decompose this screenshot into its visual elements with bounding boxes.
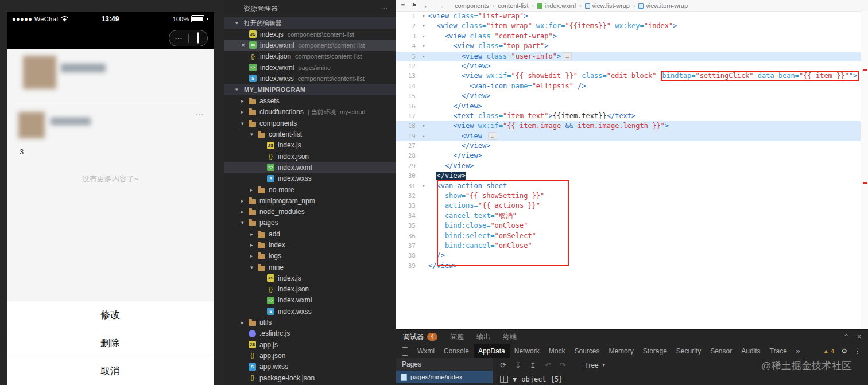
devtools-tab-Sources[interactable]: Sources	[569, 344, 604, 358]
fold-down-icon[interactable]: ▾	[419, 121, 428, 131]
code-line[interactable]: 36 bind:select="onSelect"	[396, 231, 861, 241]
chevron-right-icon[interactable]: ▸	[241, 320, 249, 325]
code-line[interactable]: 38 />	[396, 251, 861, 260]
action-sheet-option-1[interactable]: 修改	[7, 301, 214, 329]
close-icon[interactable]: ×	[857, 333, 861, 341]
devtools-tab-Wxml[interactable]: Wxml	[413, 344, 439, 358]
chevron-right-icon[interactable]: ▸	[241, 209, 249, 215]
fold-down-icon[interactable]: ▾	[419, 11, 428, 21]
tree-item[interactable]: ▾components	[224, 118, 396, 129]
tree-item[interactable]: ▾content-list	[224, 129, 396, 139]
code-area[interactable]: 1▾<view class="list-wrap">2▾ <view class…	[396, 11, 861, 330]
chevron-up-icon[interactable]: ⌃	[843, 333, 849, 341]
refresh-icon[interactable]: ⟳	[500, 361, 506, 370]
code-line[interactable]: 28 </view>	[396, 151, 861, 161]
code-line[interactable]: 2▾ <view class="item-wrap" wx:for="{{ite…	[396, 21, 861, 31]
code-line[interactable]: 4▾ <view class="top-part">	[396, 41, 861, 51]
code-line[interactable]: 29 </view>	[396, 161, 861, 171]
code-line[interactable]: 35 bind:close="onClose"	[396, 221, 861, 231]
page-item-selected[interactable]: pages/mine/index	[396, 371, 493, 383]
devtools-tab-Storage[interactable]: Storage	[638, 344, 672, 358]
chevron-right-icon[interactable]: ▸	[250, 231, 258, 237]
code-line[interactable]: 17 <text class="item-text">{{item.text}}…	[396, 111, 861, 121]
code-line[interactable]: 14 <van-icon name="ellipsis" />	[396, 81, 861, 91]
bookmark-icon[interactable]: ⚑	[412, 3, 417, 9]
project-section-header[interactable]: ▾ MY_MINIPROGRAM	[224, 84, 396, 95]
devtools-tab-Network[interactable]: Network	[510, 344, 544, 358]
breadcrumb-item[interactable]: view.item-wrap	[638, 2, 688, 9]
tree-item[interactable]: ▸cloudfunctions| 当前环境: my-cloud	[224, 107, 396, 118]
action-sheet-option-2[interactable]: 删除	[7, 329, 214, 357]
fold-down-icon[interactable]: ▾	[419, 21, 428, 31]
open-editors-section-header[interactable]: ▾ 打开的编辑器	[224, 17, 396, 29]
code-line[interactable]: 30 </view>	[396, 171, 861, 181]
close-icon[interactable]: ×	[239, 41, 247, 49]
tree-item[interactable]: <>index.wxml	[224, 295, 396, 306]
code-line[interactable]: 31▾ <van-action-sheet	[396, 181, 861, 191]
tree-item[interactable]: ▸logs	[224, 251, 396, 262]
breadcrumb-item[interactable]: view.list-wrap	[585, 2, 630, 9]
undo-icon[interactable]: ↶	[545, 361, 551, 370]
tree-item[interactable]: Sapp.wxss	[224, 361, 396, 372]
tree-item[interactable]: JSindex.js	[224, 140, 396, 151]
post-thumbnail-2[interactable]	[18, 112, 45, 138]
code-line[interactable]: 37 bind:cancel="onClose"	[396, 241, 861, 251]
chevron-down-icon[interactable]: ▾	[250, 131, 258, 137]
tree-item[interactable]: ▸add	[224, 228, 396, 239]
fold-down-icon[interactable]: ▾	[419, 181, 428, 191]
devtools-tab-Console[interactable]: Console	[439, 344, 474, 358]
warning-indicator[interactable]: ▲ 4	[823, 348, 834, 355]
tree-item[interactable]: ▸index	[224, 239, 396, 250]
tree-item[interactable]: JSapp.js	[224, 339, 396, 350]
devtools-tab-Sensor[interactable]: Sensor	[706, 344, 737, 358]
folded-region[interactable]: …	[488, 132, 497, 140]
tree-item[interactable]: ▸assets	[224, 95, 396, 106]
tree-item[interactable]: ▸node_modules	[224, 206, 396, 217]
panel-tab-问题[interactable]: 问题	[450, 332, 464, 342]
chevron-right-icon[interactable]: ▸	[250, 187, 258, 193]
collapse-all-icon[interactable]: ↧	[515, 361, 521, 370]
editor-scrollbar[interactable]	[861, 11, 868, 330]
tree-item[interactable]: ▾mine	[224, 262, 396, 273]
post-more-button[interactable]: ⋯	[195, 110, 204, 120]
breadcrumb-item[interactable]: components	[455, 2, 489, 9]
devtools-tab-Trace[interactable]: Trace	[765, 344, 792, 358]
gear-icon[interactable]: ⚙	[841, 347, 847, 355]
tree-item[interactable]: {}package-lock.json	[224, 372, 396, 383]
expander-icon[interactable]: ▼	[513, 375, 517, 383]
post-text-1[interactable]	[61, 64, 106, 72]
tree-item[interactable]: <>index.wxml	[224, 162, 396, 173]
tree-item[interactable]: JSindex.js	[224, 273, 396, 283]
chevron-right-icon[interactable]: ▸	[250, 253, 258, 259]
code-line[interactable]: 32 show="{{ showSetting }}"	[396, 191, 861, 201]
code-line[interactable]: 33 actions="{{ actions }}"	[396, 201, 861, 211]
more-button[interactable]: ⋯	[169, 31, 188, 45]
code-line[interactable]: 15 </view>	[396, 91, 861, 101]
list-icon[interactable]: ≡	[401, 2, 405, 9]
redo-icon[interactable]: ↷	[560, 361, 566, 370]
panel-tab-终端[interactable]: 终端	[503, 332, 517, 342]
open-editor-item[interactable]: <>index.wxmlpages\mine	[224, 62, 396, 73]
code-line[interactable]: 16 </view>	[396, 102, 861, 111]
tree-item[interactable]: {}index.json	[224, 284, 396, 295]
code-line[interactable]: 12 </view>	[396, 61, 861, 71]
chevron-right-icon[interactable]: ▸	[250, 242, 258, 248]
code-line[interactable]: 1▾<view class="list-wrap">	[396, 11, 861, 21]
chevron-down-icon[interactable]: ▾	[241, 120, 249, 126]
devtools-tab-Security[interactable]: Security	[672, 344, 706, 358]
tree-item[interactable]: {}index.json	[224, 151, 396, 162]
table-icon[interactable]	[500, 376, 508, 383]
code-line[interactable]: 13 <view wx:if="{{ showEdit }}" class="e…	[396, 71, 861, 81]
open-editor-item[interactable]: ×<>index.wxmlcomponents\content-list	[224, 40, 396, 50]
code-line[interactable]: 39</view>	[396, 261, 861, 271]
device-icon[interactable]	[402, 347, 408, 356]
chevron-down-icon[interactable]: ▾	[241, 220, 249, 225]
devtools-tab-Audits[interactable]: Audits	[737, 344, 765, 358]
kebab-icon[interactable]: ⋮	[854, 347, 861, 355]
devtools-tab-AppData[interactable]: AppData	[474, 344, 510, 358]
panel-tab-调试器[interactable]: 调试器4	[403, 332, 437, 342]
appdata-object-row[interactable]: ▼ object {5}	[493, 372, 868, 385]
chevron-right-icon[interactable]: ▸	[241, 98, 249, 104]
breadcrumb-item[interactable]: content-list	[498, 2, 528, 9]
code-line[interactable]: 27 </view>	[396, 141, 861, 151]
